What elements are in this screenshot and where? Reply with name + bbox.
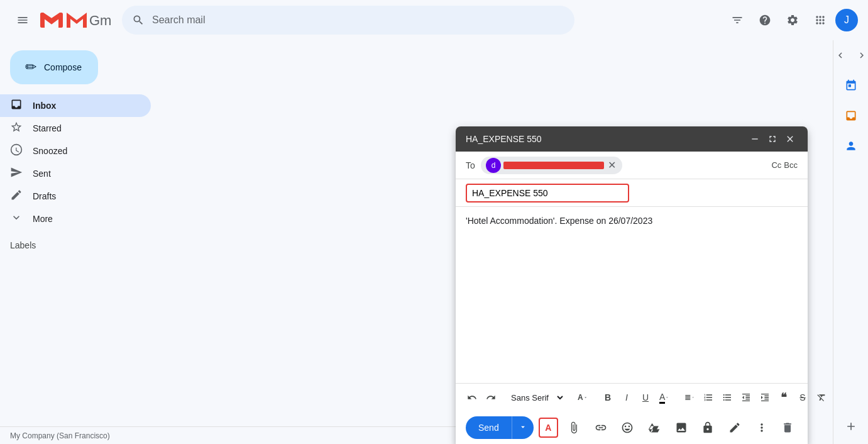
photo-button[interactable] bbox=[670, 416, 692, 439]
compose-body-text: 'Hotel Accommodation'. Expense on 26/07/… bbox=[466, 216, 652, 226]
discard-button[interactable] bbox=[777, 418, 798, 438]
menu-button[interactable] bbox=[10, 8, 35, 33]
recipient-email-bar bbox=[503, 162, 604, 169]
help-icon-btn[interactable] bbox=[752, 8, 777, 33]
cc-button[interactable]: Cc bbox=[771, 160, 781, 170]
inbox-icon bbox=[10, 98, 23, 114]
search-input[interactable] bbox=[152, 14, 564, 26]
indent-decrease-button[interactable] bbox=[737, 389, 755, 406]
compose-subject-row bbox=[456, 179, 808, 207]
sidebar: ✏ Compose Inbox Starred Snoozed Se bbox=[0, 40, 161, 444]
starred-label: Starred bbox=[33, 123, 62, 133]
emoji-button[interactable] bbox=[617, 416, 639, 439]
blockquote-button[interactable]: ❝ bbox=[775, 389, 793, 406]
snoozed-icon bbox=[10, 143, 23, 159]
compose-header: HA_EXPENSE 550 bbox=[456, 126, 808, 152]
text-color-button[interactable]: A bbox=[656, 389, 673, 406]
topbar-actions: J bbox=[725, 8, 858, 33]
bold-button[interactable]: B bbox=[599, 389, 617, 406]
lock-button[interactable] bbox=[697, 416, 719, 439]
nav-next-btn[interactable] bbox=[852, 45, 869, 65]
labels-header: Labels bbox=[0, 235, 161, 255]
close-compose-button[interactable] bbox=[783, 131, 798, 147]
ordered-list-button[interactable] bbox=[700, 389, 717, 406]
topbar: Gmail J bbox=[0, 0, 868, 40]
sidebar-item-sent[interactable]: Sent bbox=[0, 162, 151, 185]
font-family-select[interactable]: Sans Serif Serif Monospace bbox=[507, 392, 565, 403]
minimize-button[interactable] bbox=[747, 131, 762, 147]
compose-title: HA_EXPENSE 550 bbox=[466, 134, 542, 144]
svg-text:Gmail: Gmail bbox=[89, 13, 112, 28]
underline-button[interactable]: U bbox=[637, 389, 654, 406]
cc-bcc-area: Cc Bcc bbox=[771, 160, 798, 170]
sidebar-item-starred[interactable]: Starred bbox=[0, 117, 151, 140]
drafts-icon bbox=[10, 189, 23, 204]
subject-input-box bbox=[466, 184, 629, 203]
drafts-label: Drafts bbox=[33, 191, 56, 201]
unordered-list-button[interactable] bbox=[718, 389, 736, 406]
tasks-icon-btn[interactable] bbox=[838, 103, 864, 128]
compose-actions: Send A bbox=[456, 411, 808, 444]
compose-header-actions bbox=[747, 131, 798, 147]
recipient-chip: d ✕ bbox=[481, 157, 622, 174]
send-button-group: Send bbox=[466, 416, 534, 439]
sidebar-item-drafts[interactable]: Drafts bbox=[0, 185, 151, 208]
recipient-remove-button[interactable]: ✕ bbox=[607, 159, 617, 171]
nav-prev-btn[interactable] bbox=[830, 45, 850, 65]
footer-company: My Company (San Francisco) bbox=[10, 431, 110, 440]
to-label: To bbox=[466, 160, 478, 170]
subject-input[interactable] bbox=[472, 188, 623, 198]
add-panel-btn[interactable] bbox=[838, 414, 864, 439]
sidebar-item-inbox[interactable]: Inbox bbox=[0, 94, 151, 117]
gmail-logo: Gmail bbox=[40, 11, 112, 29]
compose-to-row: To d ✕ Cc Bcc bbox=[456, 152, 808, 179]
right-panel bbox=[833, 40, 868, 444]
compose-toolbar: Sans Serif Serif Monospace A B I U A bbox=[456, 383, 808, 411]
expand-button[interactable] bbox=[765, 131, 780, 147]
nav-arrows bbox=[830, 45, 869, 65]
starred-icon bbox=[10, 121, 23, 136]
strikethrough-button[interactable]: S bbox=[794, 389, 811, 406]
search-bar[interactable] bbox=[122, 6, 574, 35]
compose-body[interactable]: 'Hotel Accommodation'. Expense on 26/07/… bbox=[456, 207, 808, 383]
font-size-button[interactable]: A bbox=[574, 389, 591, 406]
recipient-avatar: d bbox=[486, 158, 501, 173]
compose-dialog: HA_EXPENSE 550 To d ✕ Cc Bcc bbox=[456, 126, 808, 444]
redo-button[interactable] bbox=[482, 389, 500, 406]
filter-icon-btn[interactable] bbox=[725, 8, 750, 33]
text-formatting-button[interactable]: A bbox=[539, 418, 558, 438]
compose-plus-icon: ✏ bbox=[25, 60, 36, 74]
signature-button[interactable] bbox=[724, 416, 746, 439]
sent-icon bbox=[10, 166, 23, 182]
to-input[interactable] bbox=[622, 158, 771, 173]
sidebar-item-snoozed[interactable]: Snoozed bbox=[0, 140, 151, 162]
remove-format-button[interactable] bbox=[813, 389, 830, 406]
sent-label: Sent bbox=[33, 169, 51, 179]
italic-button[interactable]: I bbox=[618, 389, 635, 406]
drive-button[interactable] bbox=[644, 416, 666, 439]
undo-button[interactable] bbox=[463, 389, 481, 406]
snoozed-label: Snoozed bbox=[33, 146, 67, 156]
settings-icon-btn[interactable] bbox=[780, 8, 805, 33]
bcc-button[interactable]: Bcc bbox=[784, 160, 798, 170]
calendar-icon-btn[interactable] bbox=[838, 73, 864, 98]
align-button[interactable] bbox=[681, 389, 698, 406]
indent-increase-button[interactable] bbox=[756, 389, 774, 406]
link-button[interactable] bbox=[590, 416, 612, 439]
send-button[interactable]: Send bbox=[466, 416, 512, 439]
more-label: More bbox=[33, 214, 53, 224]
more-icon bbox=[10, 211, 23, 227]
inbox-label: Inbox bbox=[33, 101, 56, 111]
send-more-options-button[interactable] bbox=[512, 416, 534, 439]
more-options-button[interactable] bbox=[750, 416, 772, 439]
sidebar-item-more[interactable]: More bbox=[0, 208, 151, 230]
compose-label: Compose bbox=[44, 62, 82, 72]
attach-button[interactable] bbox=[563, 416, 585, 439]
contacts-icon-btn[interactable] bbox=[838, 133, 864, 158]
compose-button[interactable]: ✏ Compose bbox=[10, 50, 98, 84]
account-avatar[interactable]: J bbox=[835, 9, 858, 31]
apps-icon-btn[interactable] bbox=[808, 8, 833, 33]
